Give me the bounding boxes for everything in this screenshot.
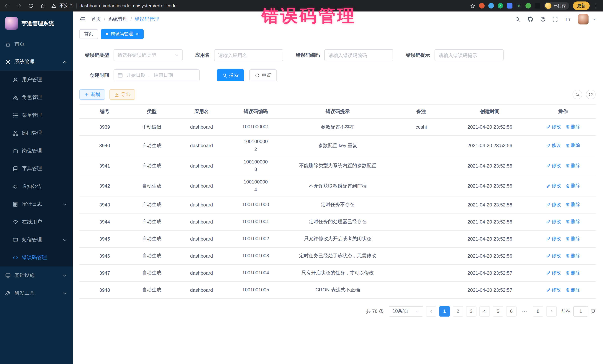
browser-update-button[interactable]: 更新 — [573, 1, 590, 10]
user-avatar[interactable] — [578, 14, 589, 24]
extension-icon[interactable] — [479, 3, 485, 9]
sidebar-item-7[interactable]: 字典管理 — [0, 160, 73, 177]
extension-icon[interactable] — [488, 3, 494, 9]
sms-icon — [13, 237, 18, 243]
table-row: 3943自动生成dashboard1001001000定时任务不存在2021-0… — [79, 196, 596, 213]
sidebar-item-label: 角色管理 — [22, 94, 68, 101]
fullscreen-icon[interactable] — [553, 16, 558, 22]
sidebar-item-8[interactable]: 通知公告 — [0, 177, 73, 195]
extension-icon[interactable] — [525, 3, 531, 9]
tab-error-code[interactable]: 错误码管理 × — [101, 29, 143, 39]
help-icon[interactable] — [540, 16, 545, 22]
sidebar-item-6[interactable]: 岗位管理 — [0, 142, 73, 160]
error-type-select[interactable]: 请选择错误码类型 — [114, 49, 183, 61]
pagination-next[interactable] — [546, 306, 557, 317]
browser-home-icon[interactable] — [40, 3, 45, 8]
pagination-page-1[interactable]: 1 — [439, 306, 450, 317]
app-name-input[interactable] — [214, 49, 283, 61]
browser-back-icon[interactable] — [4, 3, 10, 8]
edit-link[interactable]: 修改 — [546, 201, 561, 208]
delete-icon — [565, 254, 570, 258]
chevron-right-icon — [549, 309, 554, 314]
edit-link[interactable]: 修改 — [546, 163, 561, 169]
sidebar-item-5[interactable]: 部门管理 — [0, 124, 73, 142]
page-size-select[interactable]: 10条/页 — [389, 306, 423, 317]
table-cell — [393, 176, 449, 196]
delete-link[interactable]: 删除 — [565, 219, 580, 225]
edit-link[interactable]: 修改 — [546, 219, 561, 225]
extension-icon[interactable] — [507, 3, 512, 9]
extension-icon[interactable]: on — [516, 3, 522, 9]
delete-link[interactable]: 删除 — [565, 201, 580, 208]
edit-icon — [546, 236, 550, 241]
delete-icon — [565, 184, 570, 188]
breadcrumb-home[interactable]: 首页 — [91, 16, 101, 22]
pagination-page-4[interactable]: 4 — [479, 306, 490, 317]
delete-link[interactable]: 删除 — [565, 287, 580, 293]
error-code-input[interactable] — [324, 49, 393, 61]
table-cell: 2021-04-20 23:52:56 — [449, 213, 531, 230]
breadcrumb-system[interactable]: 系统管理 — [108, 16, 128, 22]
pagination-page-2[interactable]: 2 — [453, 306, 463, 317]
edit-link[interactable]: 修改 — [546, 287, 561, 293]
create-time-range-picker[interactable]: 开始日期 - 结束日期 — [114, 69, 200, 81]
delete-link[interactable]: 删除 — [565, 142, 580, 149]
add-button[interactable]: 新增 — [79, 89, 105, 100]
edit-link[interactable]: 修改 — [546, 253, 561, 259]
sidebar-item-9[interactable]: 审计日志 — [0, 195, 73, 213]
table-cell: 自动生成 — [130, 176, 174, 196]
edit-link[interactable]: 修改 — [546, 270, 561, 276]
delete-link[interactable]: 删除 — [565, 163, 580, 169]
delete-link[interactable]: 删除 — [565, 253, 580, 259]
user-menu-caret-icon[interactable] — [593, 17, 596, 21]
browser-reload-icon[interactable] — [28, 3, 33, 8]
sidebar-collapse-icon[interactable] — [79, 16, 85, 22]
sidebar-item-10[interactable]: 在线用户 — [0, 213, 73, 231]
edit-link[interactable]: 修改 — [546, 236, 561, 242]
bookmark-star-icon[interactable] — [470, 3, 475, 8]
edit-link[interactable]: 修改 — [546, 142, 561, 149]
delete-link[interactable]: 删除 — [565, 270, 580, 276]
app-logo[interactable]: 芋道管理系统 — [0, 11, 73, 35]
delete-link[interactable]: 删除 — [565, 183, 580, 189]
header-search-icon[interactable] — [515, 16, 520, 22]
font-size-icon[interactable]: TT — [565, 16, 571, 22]
browser-profile-chip[interactable]: 已暂停 — [544, 2, 569, 10]
pagination-page-8[interactable]: 8 — [533, 306, 543, 317]
delete-link[interactable]: 删除 — [565, 124, 580, 130]
error-message-input[interactable] — [435, 49, 504, 61]
sidebar-item-14[interactable]: 研发工具 — [0, 284, 73, 302]
sidebar-item-12[interactable]: 错误码管理 — [0, 249, 73, 266]
sidebar-item-3[interactable]: 角色管理 — [0, 88, 73, 106]
sidebar-item-0[interactable]: 首页 — [0, 35, 73, 53]
edit-link[interactable]: 修改 — [546, 124, 561, 130]
github-icon[interactable] — [527, 16, 533, 22]
extension-icon[interactable]: ✓ — [498, 3, 503, 9]
table-cell: 参数配置不存在 — [282, 118, 393, 135]
browser-forward-icon[interactable] — [16, 3, 22, 8]
breadcrumb-separator: / — [130, 16, 132, 22]
pagination-page-5[interactable]: 5 — [493, 306, 503, 317]
goto-page-input[interactable] — [573, 306, 588, 317]
refresh-table-button[interactable] — [586, 90, 596, 99]
tab-home[interactable]: 首页 — [79, 29, 98, 39]
browser-menu-icon[interactable] — [593, 3, 599, 8]
export-button[interactable]: 导出 — [109, 89, 135, 100]
sidebar-item-11[interactable]: 短信管理 — [0, 231, 73, 249]
sidebar-item-4[interactable]: 菜单管理 — [0, 106, 73, 124]
tab-close-icon[interactable]: × — [136, 32, 139, 36]
sidebar-item-1[interactable]: 系统管理 — [0, 53, 73, 71]
row-actions: 修改删除 — [531, 282, 596, 298]
pagination-prev[interactable] — [426, 306, 436, 317]
delete-link[interactable]: 删除 — [565, 236, 580, 242]
search-button[interactable]: 搜索 — [217, 69, 244, 81]
sidebar-item-13[interactable]: 基础设施 — [0, 266, 73, 284]
address-bar[interactable]: 不安全 dashboard.yudao.iocoder.cn/system/er… — [51, 3, 466, 9]
pagination-page-6[interactable]: 6 — [506, 306, 517, 317]
reset-button[interactable]: 重置 — [249, 69, 277, 81]
pagination-page-3[interactable]: 3 — [466, 306, 476, 317]
sidebar-item-2[interactable]: 用户管理 — [0, 71, 73, 88]
toggle-search-button[interactable] — [573, 90, 582, 99]
puzzle-extension-icon[interactable] — [535, 3, 540, 9]
edit-link[interactable]: 修改 — [546, 183, 561, 189]
